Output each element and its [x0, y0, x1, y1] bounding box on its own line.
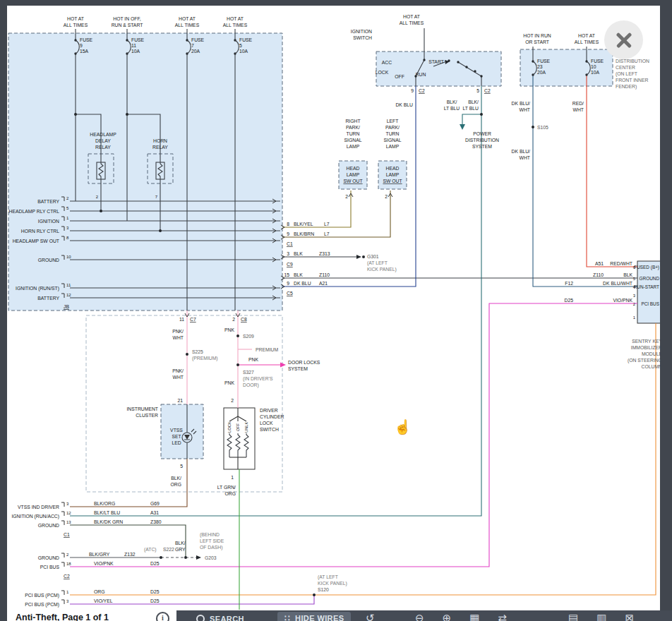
label-ground: GROUND — [38, 555, 59, 560]
wire-red-wht-a51 — [587, 75, 637, 267]
label-lamp: LAMP — [347, 144, 360, 149]
search-label: SEARCH — [210, 615, 244, 621]
search-icon — [196, 615, 205, 621]
label-d25: D25 — [150, 598, 160, 603]
label-turn: TURN — [347, 131, 360, 136]
junction-dot — [457, 61, 459, 63]
label-left-side: LEFT SIDE — [200, 538, 224, 543]
label-ignition-run-st: IGNITION (RUN/ST) — [16, 286, 59, 291]
close-panel-icon[interactable]: ⊠ — [625, 613, 634, 621]
label-of-dash: OF DASH) — [200, 545, 222, 550]
zoom-in-icon[interactable]: ⊕ — [443, 613, 452, 621]
image-icon[interactable]: ▤ — [568, 613, 578, 621]
junction-dot — [100, 210, 102, 212]
label-or-start: OR START — [525, 40, 549, 44]
label-5: 5 — [476, 88, 479, 93]
label-hot-at: HOT AT — [227, 16, 244, 21]
label-vtss: VTSS — [170, 428, 183, 433]
wire-blk-ltblu-branch — [462, 114, 481, 124]
label-head: HEAD — [386, 166, 400, 171]
search-button[interactable]: SEARCH — [189, 612, 251, 621]
label-pci-bus-pcm: PCI BUS (PCM) — [25, 593, 59, 598]
label-fuse: FUSE — [239, 37, 253, 42]
label-blk: BLK/ — [171, 476, 181, 481]
label-pnk: PNK — [248, 357, 258, 362]
label-2: 2 — [231, 398, 234, 403]
label-hot-in-run: HOT IN RUN — [523, 33, 551, 38]
undo-icon[interactable]: ↺ — [366, 613, 375, 621]
label-s209: S209 — [243, 334, 254, 339]
ignition-switch-box — [376, 52, 501, 86]
label-3: 3 — [633, 294, 636, 298]
label-fuse: FUSE — [591, 59, 604, 64]
label-blk: BLK/ — [447, 100, 457, 104]
label-c2: C2 — [484, 88, 491, 93]
label-9: 9 — [287, 281, 289, 286]
label-g203: G203 — [205, 555, 217, 560]
junction-dot — [465, 66, 467, 68]
label-wht: WHT — [573, 107, 584, 112]
label-2: 2 — [66, 553, 69, 557]
wire-blk-yel-l7 — [282, 191, 351, 227]
wire-blk-brn-l7 — [282, 191, 390, 237]
label-hot-at: HOT AT — [578, 33, 595, 38]
label-all-times: ALL TIMES — [400, 20, 424, 25]
junction-dot — [362, 255, 365, 258]
zoom-out-icon[interactable]: ⊖ — [415, 613, 424, 621]
grid-icon[interactable]: ▦ — [469, 613, 479, 621]
wire-vio-pnk-d25 — [70, 303, 637, 567]
junction-block-box — [8, 33, 282, 310]
label-fused-b: FUSED (B+) — [634, 265, 659, 270]
label-21: 21 — [177, 398, 183, 403]
print-icon[interactable]: ▥ — [596, 613, 606, 621]
compare-arrows-icon[interactable]: ⇄ — [498, 613, 507, 621]
label-premium: (PREMIUM) — [192, 356, 218, 361]
g203-arrow — [196, 555, 201, 560]
info-icon[interactable]: i — [156, 612, 169, 621]
label-a21: A21 — [319, 281, 328, 286]
label-10a: 10A — [131, 49, 140, 54]
label-ground: GROUND — [38, 258, 59, 263]
door-locks-arrow — [280, 363, 286, 368]
label-vio-yel: VIO/YEL — [94, 598, 113, 603]
label-s225: S225 — [192, 349, 203, 354]
label-center: CENTER — [616, 65, 635, 70]
junction-dot — [159, 229, 162, 232]
label-10: 10 — [591, 64, 596, 69]
label-behind: (BEHIND — [200, 532, 220, 538]
label-power: POWER — [473, 131, 491, 136]
junction-dot — [186, 353, 188, 356]
pin-bracket — [61, 591, 64, 595]
label-kick-panel: KICK PANEL) — [318, 581, 347, 586]
label-blk-dk-grn: BLK/DK GRN — [94, 519, 123, 524]
label-run-start: RUN & START — [112, 23, 143, 28]
label-sw-out: SW OUT — [383, 179, 402, 183]
close-button[interactable] — [604, 20, 643, 59]
label-red: RED/ — [572, 101, 584, 106]
label-blk-yel: BLK/YEL — [294, 222, 313, 227]
label-1: 1 — [66, 590, 69, 594]
label-lock: LOCK — [227, 421, 232, 433]
right-edge-strip — [660, 0, 672, 621]
junction-dot — [184, 556, 187, 559]
label-11: 11 — [66, 283, 71, 287]
label-run-start: RUN-START — [634, 284, 659, 289]
label-delay: DELAY — [95, 138, 111, 143]
label-c2: C2 — [64, 574, 70, 579]
hide-wires-button[interactable]: ∷ HIDE WIRES — [277, 612, 351, 621]
label-off: OFF — [236, 423, 240, 431]
label-23: 23 — [537, 64, 543, 69]
junction-dot — [236, 334, 239, 337]
label-blk: BLK/ — [468, 100, 479, 104]
wiring-diagram-viewer: ☝ HOT ATALL TIMESHOT IN OFF,RUN & STARTH… — [0, 0, 672, 621]
label-20a: 20A — [537, 70, 546, 75]
label-org: ORG — [225, 491, 236, 496]
label-switch: SWITCH — [353, 35, 372, 40]
junction-dot — [532, 126, 534, 128]
label-9: 9 — [411, 88, 414, 93]
power-distribution-center-box — [520, 49, 613, 86]
page-label: Anti-Theft, Page 1 of 1 — [16, 612, 109, 621]
label-signal: SIGNAL — [344, 138, 362, 143]
label-vio-pnk: VIO/PNK — [613, 298, 632, 303]
label-park: PARK/ — [346, 125, 360, 130]
